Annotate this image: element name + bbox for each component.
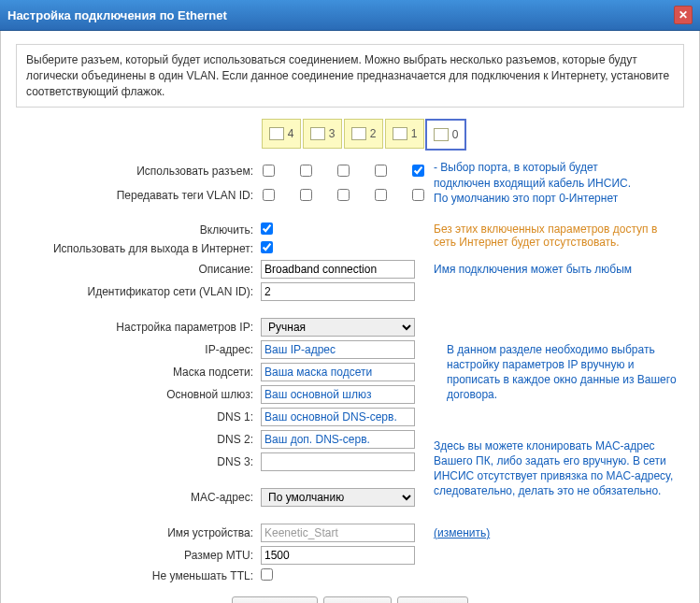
apply-button[interactable]: Применить bbox=[232, 596, 318, 603]
port-0[interactable]: 0 bbox=[427, 119, 464, 151]
dialog-title: Настройка подключения по Ethernet bbox=[7, 8, 227, 22]
port-2[interactable]: 2 bbox=[345, 119, 382, 151]
enable-checkbox[interactable] bbox=[261, 223, 273, 235]
intro-text: Выберите разъем, который будет использов… bbox=[16, 44, 684, 108]
gateway-input[interactable] bbox=[261, 385, 415, 404]
label-vlan-tags: Передавать теги VLAN ID: bbox=[16, 183, 257, 208]
label-dns1: DNS 1: bbox=[16, 406, 257, 428]
note-mac-section: Здесь вы можете клонировать MAC-адрес Ва… bbox=[434, 438, 680, 499]
port-3[interactable]: 3 bbox=[304, 119, 341, 151]
dns3-input[interactable] bbox=[261, 452, 415, 471]
label-gateway: Основной шлюз: bbox=[16, 383, 257, 406]
netmask-input[interactable] bbox=[261, 363, 415, 381]
close-icon[interactable]: ✕ bbox=[674, 6, 693, 24]
label-dns3: DNS 3: bbox=[16, 451, 257, 473]
dialog-body: Выберите разъем, который будет использов… bbox=[0, 31, 700, 603]
label-dns2: DNS 2: bbox=[16, 428, 257, 451]
label-ip-addr: IP-адрес: bbox=[16, 338, 257, 361]
change-device-name-link[interactable]: (изменить) bbox=[434, 526, 490, 539]
label-mac: MAC-адрес: bbox=[16, 486, 257, 509]
button-bar: Применить Отмена Удалить bbox=[16, 596, 684, 603]
vlan-tag-0-checkbox[interactable] bbox=[412, 189, 424, 201]
ip-mode-select[interactable]: Ручная bbox=[261, 318, 415, 337]
no-ttl-checkbox[interactable] bbox=[261, 568, 273, 581]
vlan-tag-3-checkbox[interactable] bbox=[300, 189, 312, 201]
label-use-port: Использовать разъем: bbox=[16, 158, 257, 182]
vlan-id-input[interactable] bbox=[261, 282, 415, 301]
label-use-internet: Использовать для выхода в Интернет: bbox=[16, 239, 257, 258]
note-description: Имя подключения может быть любым bbox=[428, 258, 684, 280]
use-port-4-checkbox[interactable] bbox=[263, 165, 275, 177]
label-enable: Включить: bbox=[16, 221, 257, 239]
note-enable-needed: Без этих включенных параметров доступ в … bbox=[434, 223, 680, 249]
use-port-2-checkbox[interactable] bbox=[337, 165, 350, 177]
vlan-tag-2-checkbox[interactable] bbox=[337, 189, 350, 201]
ethernet-connection-dialog: Настройка подключения по Ethernet ✕ Выбе… bbox=[0, 0, 700, 603]
label-vlan-id: Идентификатор сети (VLAN ID): bbox=[16, 280, 257, 303]
dns2-input[interactable] bbox=[261, 430, 415, 449]
dns1-input[interactable] bbox=[261, 408, 415, 426]
label-device-name: Имя устройства: bbox=[16, 522, 257, 544]
device-name-input bbox=[261, 524, 415, 542]
cancel-button[interactable]: Отмена bbox=[323, 596, 392, 603]
mac-mode-select[interactable]: По умолчанию bbox=[261, 488, 415, 507]
use-port-3-checkbox[interactable] bbox=[300, 165, 312, 177]
port-1[interactable]: 1 bbox=[386, 119, 423, 151]
label-mtu: Размер MTU: bbox=[16, 544, 257, 567]
mtu-input[interactable] bbox=[261, 546, 415, 565]
label-ip-setup: Настройка параметров IP: bbox=[16, 316, 257, 338]
vlan-tag-1-checkbox[interactable] bbox=[375, 189, 387, 201]
note-ip-section: В данном разделе необходимо выбрать наст… bbox=[447, 342, 680, 403]
label-description: Описание: bbox=[16, 258, 257, 280]
ip-address-input[interactable] bbox=[261, 340, 415, 359]
use-internet-checkbox[interactable] bbox=[261, 241, 273, 253]
use-port-1-checkbox[interactable] bbox=[375, 165, 387, 177]
description-input[interactable] bbox=[261, 260, 415, 279]
delete-button[interactable]: Удалить bbox=[397, 596, 468, 603]
vlan-tag-4-checkbox[interactable] bbox=[263, 189, 275, 201]
titlebar: Настройка подключения по Ethernet ✕ bbox=[0, 0, 700, 31]
note-port-choice: - Выбор порта, в который будет подключен… bbox=[434, 160, 639, 206]
port-4[interactable]: 4 bbox=[263, 119, 300, 151]
label-no-ttl: Не уменьшать TTL: bbox=[16, 567, 257, 585]
use-port-0-checkbox[interactable] bbox=[412, 165, 424, 177]
label-netmask: Маска подсети: bbox=[16, 361, 257, 383]
